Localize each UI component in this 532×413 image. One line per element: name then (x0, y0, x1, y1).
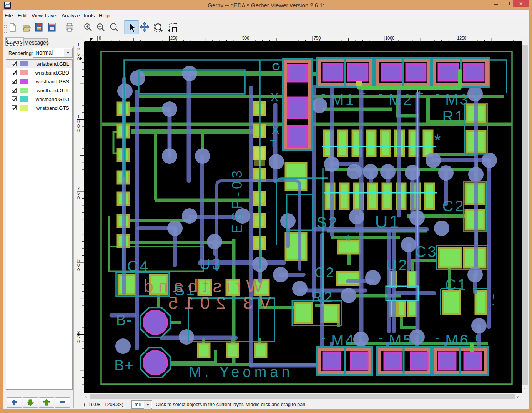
svg-text:S2: S2 (317, 214, 339, 231)
svg-text:❋: ❋ (345, 234, 353, 242)
svg-text:M5: M5 (389, 332, 413, 348)
svg-text:1000: 1000 (77, 114, 80, 133)
svg-text:+: + (358, 86, 367, 101)
svg-text:C4: C4 (127, 258, 150, 275)
svg-text:-: - (436, 330, 441, 345)
svg-text:X: X (272, 123, 281, 136)
svg-text:R2: R2 (311, 289, 334, 305)
svg-text:0: 0 (99, 36, 101, 40)
svg-text:1000: 1000 (385, 36, 394, 40)
svg-text:+: + (416, 330, 425, 345)
svg-text:C2: C2 (314, 265, 335, 280)
svg-text:M1: M1 (331, 91, 356, 108)
svg-text:U3: U3 (199, 255, 222, 272)
svg-text:M2: M2 (389, 91, 413, 108)
svg-text:1250: 1250 (77, 43, 80, 61)
svg-text:-: - (436, 86, 441, 101)
svg-text:C1: C1 (445, 276, 467, 293)
svg-text:M4: M4 (331, 332, 356, 348)
svg-text:500: 500 (242, 36, 249, 40)
svg-text:U2: U2 (386, 257, 408, 274)
svg-text:·: · (491, 297, 497, 310)
svg-text:T: T (270, 138, 278, 149)
svg-text:+: + (416, 86, 425, 101)
svg-text:500: 500 (77, 258, 80, 272)
svg-text:ESP-03: ESP-03 (229, 168, 245, 234)
svg-text:X: X (271, 91, 280, 103)
svg-text:R1: R1 (442, 108, 465, 125)
svg-text:C3: C3 (415, 243, 437, 260)
svg-text:+: + (473, 86, 482, 101)
svg-text:M3: M3 (445, 91, 470, 108)
svg-text:250: 250 (77, 330, 80, 344)
svg-text:750: 750 (77, 186, 80, 200)
svg-text:B-: B- (116, 312, 132, 328)
svg-text:+: + (358, 330, 367, 345)
svg-text:M6: M6 (445, 332, 470, 348)
svg-text:750: 750 (314, 36, 321, 40)
svg-text:-: - (321, 330, 327, 345)
svg-text:-: - (379, 86, 384, 101)
svg-text:-: - (321, 86, 327, 101)
svg-text:V3 2015: V3 2015 (162, 293, 271, 313)
svg-text:1250: 1250 (457, 36, 466, 40)
svg-text:250: 250 (170, 36, 177, 40)
svg-text:B+: B+ (114, 357, 134, 373)
svg-text:C2: C2 (442, 197, 465, 214)
svg-text:U1: U1 (375, 212, 401, 232)
svg-text:+: + (473, 330, 482, 345)
svg-text:*: * (434, 131, 442, 150)
svg-text:-: - (379, 330, 384, 345)
svg-text:M. Yeoman: M. Yeoman (189, 364, 293, 380)
